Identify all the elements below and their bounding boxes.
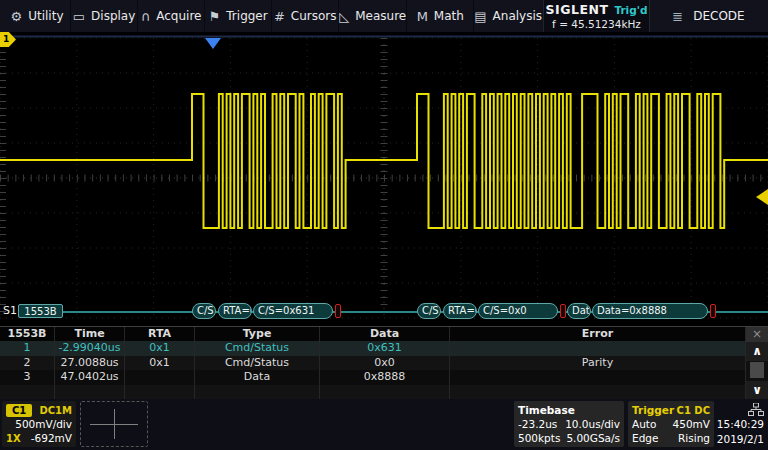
menu-item-measure[interactable]: ◺Measure (338, 0, 406, 32)
menu-item-utility[interactable]: ⚙Utility (4, 0, 70, 32)
table-cell: 0x8888 (320, 370, 450, 385)
table-row[interactable]: 227.0088us0x1Cmd/Status0x0Parity (0, 356, 746, 371)
menu-item-label: Math (434, 9, 464, 23)
decode-bubble: C/S (192, 303, 216, 319)
decode-bubble: C/S=0x0 (478, 303, 558, 319)
timebase-scale: 10.0us/div (565, 418, 620, 430)
timebase-points: 500kpts (518, 432, 560, 444)
trigger-slope: Rising (678, 432, 710, 444)
decode-result-table: 1553BTimeRTATypeDataError1-2.99040us0x1C… (0, 326, 768, 399)
gear-icon: ⚙ (11, 10, 23, 23)
table-cell: 1 (0, 341, 55, 356)
table-row[interactable]: 347.0402usData0x8888 (0, 370, 746, 385)
timebase-panel[interactable]: Timebase -23.2us 10.0us/div 500kpts 5.00… (514, 401, 624, 447)
decode-error-mark (710, 304, 716, 318)
ruler-icon: ◺ (339, 10, 349, 23)
table-row[interactable]: 1-2.99040us0x1Cmd/Status0x631 (0, 341, 746, 356)
table-close-button[interactable]: × (746, 327, 768, 342)
system-date: 2019/2/1 (717, 433, 764, 445)
decode-bubble: Data (567, 303, 591, 319)
table-cell (320, 385, 450, 400)
channel1-scale: 500mV/div (15, 418, 72, 430)
menu-item-acquire[interactable]: ∩Acquire (137, 0, 204, 32)
table-cell (450, 370, 746, 385)
trigger-source: C1 DC (677, 405, 710, 416)
table-cell: Type (195, 327, 320, 341)
menu-item-display[interactable]: ▭Display (70, 0, 137, 32)
network-icon[interactable] (748, 403, 764, 416)
waveform-display: 1 S1 1553B C/SRTA=0x1C/S=0x631C/SRTA=0x1… (0, 32, 768, 326)
trigger-label: Trigger (632, 404, 674, 416)
flag-icon: ⚑ (209, 10, 221, 23)
table-cell: Cmd/Status (195, 341, 320, 356)
decode-bus-id: S1 (3, 304, 17, 317)
menu-item-label: Trigger (226, 9, 267, 23)
menu-item-math[interactable]: MMath (406, 0, 473, 32)
table-cell (0, 385, 55, 400)
table-cell (125, 370, 195, 385)
table-cell: 3 (0, 370, 55, 385)
timebase-delay: -23.2us (518, 418, 557, 430)
trigger-panel[interactable]: Trigger C1 DC Auto 450mV Edge Rising (628, 401, 714, 447)
empty-channel-slot[interactable] (80, 401, 148, 447)
table-cell: Time (55, 327, 125, 341)
decode-bubble: C/S (417, 303, 441, 319)
menu-item-trigger[interactable]: ⚑Trigger (204, 0, 271, 32)
display-icon: ▭ (73, 10, 85, 23)
table-cell: Error (450, 327, 746, 341)
hash-icon: # (274, 10, 285, 23)
decode-bus-layer: S1 1553B C/SRTA=0x1C/S=0x631C/SRTA=0x1C/… (0, 32, 768, 326)
menu-item-label: Display (91, 9, 135, 23)
table-cell (450, 385, 746, 400)
channel1-coupling: DC1M (39, 405, 72, 416)
table-cell (125, 385, 195, 400)
timebase-label: Timebase (518, 404, 575, 416)
decode-error-mark (335, 304, 341, 318)
menu-item-analysis[interactable]: ▤Analysis (473, 0, 542, 32)
probe-icon: ∩ (141, 10, 151, 23)
table-cell: 0x0 (320, 356, 450, 371)
bottom-status-bar: C1 DC1M 500mV/div 1X -692mV Timebase -23… (0, 399, 768, 450)
menu-item-decode[interactable]: ≣ DECODE (649, 0, 768, 32)
menu-item-label: Measure (355, 9, 406, 23)
table-scrollbar: × ∧ ∨ (746, 327, 768, 400)
table-header-row: 1553BTimeRTATypeDataError (0, 327, 746, 341)
scroll-thumb[interactable] (750, 362, 764, 378)
table-row-empty (0, 385, 746, 400)
menu-item-cursors[interactable]: #Cursors (271, 0, 338, 32)
timebase-samplerate: 5.00GSa/s (566, 432, 620, 444)
table-cell: 0x1 (125, 341, 195, 356)
table-cell: Cmd/Status (195, 356, 320, 371)
math-icon: M (417, 10, 428, 23)
decode-bubble: Data=0x8888 (592, 303, 708, 319)
system-time: 15:40:29 (717, 418, 764, 430)
brand-logo: SIGLENT (546, 2, 609, 17)
decode-bubble: RTA=0x1 (218, 303, 252, 319)
decode-bubble: C/S=0x631 (253, 303, 333, 319)
trigger-level: 450mV (673, 418, 710, 430)
decode-bubble: RTA=0x1 (443, 303, 477, 319)
table-cell: 47.0402us (55, 370, 125, 385)
trigger-status-badge: Trig'd (614, 4, 647, 16)
scroll-down-button[interactable]: ∨ (746, 381, 768, 400)
menu-items: ⚙Utility▭Display∩Acquire⚑Trigger#Cursors… (4, 0, 542, 32)
table-cell: Data (195, 370, 320, 385)
oscilloscope-screen: ⚙Utility▭Display∩Acquire⚑Trigger#Cursors… (0, 0, 768, 450)
table-cell (55, 385, 125, 400)
scroll-up-button[interactable]: ∧ (746, 342, 768, 361)
menu-bar: ⚙Utility▭Display∩Acquire⚑Trigger#Cursors… (0, 0, 768, 32)
menu-item-label: Utility (28, 9, 63, 23)
channel1-panel[interactable]: C1 DC1M 500mV/div 1X -692mV (2, 401, 76, 447)
table-cell: -2.99040us (55, 341, 125, 356)
menu-item-label: Cursors (291, 9, 337, 23)
chart-doc-icon: ▤ (474, 10, 486, 23)
decode-list-icon: ≣ (672, 9, 683, 24)
trigger-type: Edge (632, 432, 658, 444)
table-cell: 0x631 (320, 341, 450, 356)
table-cell (195, 385, 320, 400)
menu-item-label: Acquire (156, 9, 201, 23)
table-grid: 1553BTimeRTATypeDataError1-2.99040us0x1C… (0, 327, 746, 399)
decode-label: DECODE (693, 9, 744, 23)
table-cell: 0x1 (125, 356, 195, 371)
channel1-offset: -692mV (31, 432, 72, 444)
